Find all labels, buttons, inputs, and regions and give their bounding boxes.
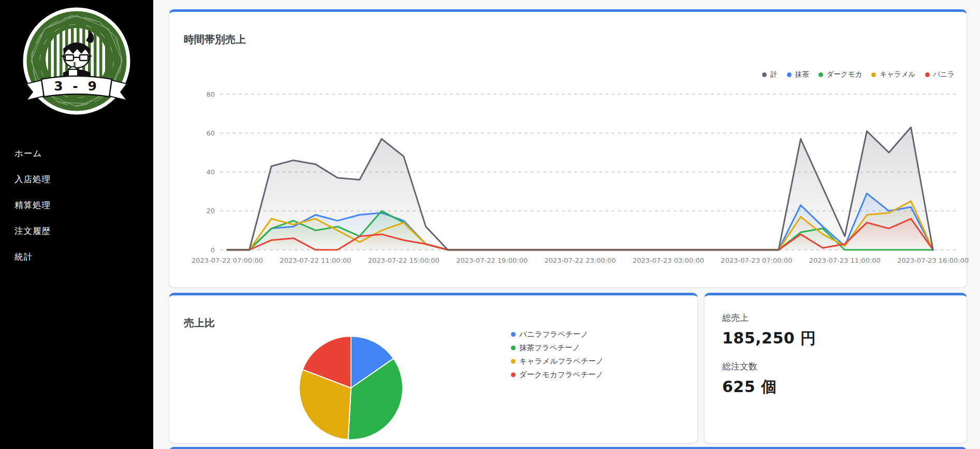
svg-text:0: 0 bbox=[211, 246, 215, 254]
svg-text:60: 60 bbox=[206, 129, 215, 137]
total-sales-label: 総売上 bbox=[722, 312, 967, 324]
next-card-peek bbox=[169, 447, 967, 449]
sidebar-item-checkout[interactable]: 精算処理 bbox=[0, 192, 153, 218]
sidebar-item-stats[interactable]: 統計 bbox=[0, 244, 153, 270]
pie-legend-label: ダークモカフラペチーノ bbox=[519, 370, 604, 380]
svg-text:2023-07-23 07:00:00: 2023-07-23 07:00:00 bbox=[721, 257, 792, 264]
pie-legend-dot-vanilla bbox=[511, 332, 516, 337]
svg-text:2023-07-23 11:00:00: 2023-07-23 11:00:00 bbox=[809, 257, 881, 264]
cafe-logo-icon: 3 - 9 bbox=[22, 4, 131, 122]
pie-legend-label: 抹茶フラペチーノ bbox=[519, 343, 580, 353]
pie-legend-item-darkmocha[interactable]: ダークモカフラペチーノ bbox=[511, 370, 604, 380]
pie-legend-label: キャラメルフラペチーノ bbox=[519, 356, 604, 366]
total-sales-value: 185,250 円 bbox=[722, 328, 967, 349]
svg-text:80: 80 bbox=[206, 91, 215, 98]
sidebar-item-home[interactable]: ホーム bbox=[0, 141, 153, 167]
pie-legend-item-caramel[interactable]: キャラメルフラペチーノ bbox=[511, 356, 604, 366]
svg-text:2023-07-22 11:00:00: 2023-07-22 11:00:00 bbox=[280, 257, 351, 264]
hourly-sales-title: 時間帯別売上 bbox=[184, 33, 246, 47]
total-orders-label: 総注文数 bbox=[722, 361, 967, 372]
svg-text:2023-07-22 07:00:00: 2023-07-22 07:00:00 bbox=[192, 257, 263, 264]
svg-text:40: 40 bbox=[206, 168, 215, 176]
svg-text:2023-07-23 16:00:00: 2023-07-23 16:00:00 bbox=[897, 257, 969, 264]
svg-text:20: 20 bbox=[206, 207, 215, 215]
logo-text: 3 - 9 bbox=[54, 79, 99, 94]
pie-legend-label: バニラフラペチーノ bbox=[519, 330, 588, 339]
main-content: 時間帯別売上 計 抹茶 ダークモカ キャラメル バニラ 020406080202… bbox=[153, 0, 980, 449]
pie-legend-dot-darkmocha bbox=[511, 372, 516, 377]
svg-text:2023-07-23 03:00:00: 2023-07-23 03:00:00 bbox=[633, 257, 704, 264]
sales-ratio-pie-chart bbox=[297, 334, 405, 442]
totals-card: 総売上 185,250 円 総注文数 625 個 bbox=[704, 293, 967, 443]
sidebar-item-orders[interactable]: 注文履歴 bbox=[0, 218, 153, 244]
sidebar: 3 - 9 ホーム 入店処理 精算処理 注文履歴 統計 bbox=[0, 0, 153, 449]
sales-ratio-title: 売上比 bbox=[184, 316, 215, 330]
hourly-sales-line-chart: 0204060802023-07-22 07:00:002023-07-22 1… bbox=[197, 75, 966, 267]
pie-legend-dot-caramel bbox=[511, 359, 516, 364]
pie-legend-item-matcha[interactable]: 抹茶フラペチーノ bbox=[511, 343, 604, 353]
sidebar-item-checkin[interactable]: 入店処理 bbox=[0, 167, 153, 192]
svg-text:2023-07-22 15:00:00: 2023-07-22 15:00:00 bbox=[368, 257, 440, 264]
total-orders-value: 625 個 bbox=[722, 377, 967, 398]
sidebar-menu: ホーム 入店処理 精算処理 注文履歴 統計 bbox=[0, 141, 153, 270]
logo-badge[interactable]: 3 - 9 bbox=[0, 0, 153, 122]
pie-chart-legend: バニラフラペチーノ 抹茶フラペチーノ キャラメルフラペチーノ ダークモカフラペチ… bbox=[511, 330, 604, 383]
pie-legend-dot-matcha bbox=[511, 346, 516, 350]
svg-text:2023-07-22 23:00:00: 2023-07-22 23:00:00 bbox=[545, 257, 616, 264]
sales-ratio-card: 売上比 バニラフラペチーノ 抹茶フラペチーノ キャラメルフラペチーノ ダークモカ… bbox=[169, 293, 698, 443]
svg-text:2023-07-22 19:00:00: 2023-07-22 19:00:00 bbox=[456, 257, 528, 264]
pie-legend-item-vanilla[interactable]: バニラフラペチーノ bbox=[511, 330, 604, 339]
hourly-sales-card: 時間帯別売上 計 抹茶 ダークモカ キャラメル バニラ 020406080202… bbox=[169, 9, 967, 288]
